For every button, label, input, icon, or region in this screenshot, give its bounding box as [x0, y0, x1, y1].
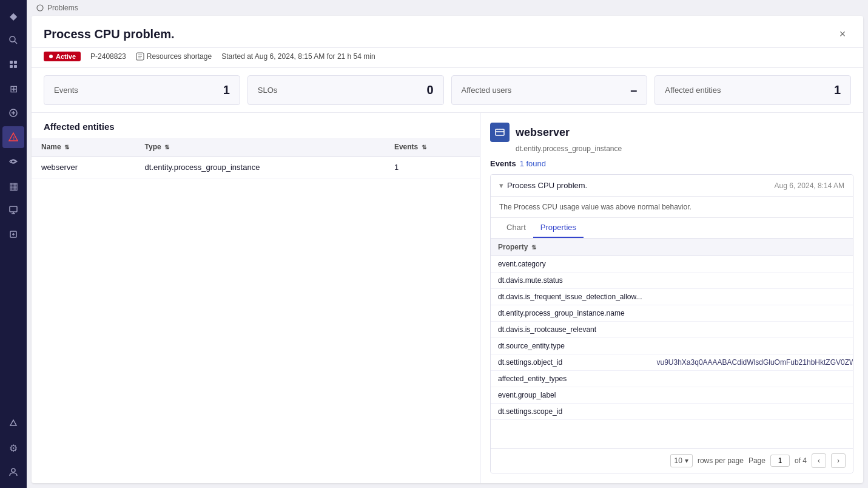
property-row[interactable]: event.category RESOURCE_CONTENTION [491, 256, 853, 273]
summary-cards: Events 1 SLOs 0 Affected users – Affecte… [32, 68, 863, 113]
svg-rect-15 [496, 129, 504, 135]
property-name-cell: dt.davis.mute.status [491, 273, 650, 289]
svg-point-12 [37, 5, 43, 11]
apps-icon[interactable]: ⊞ [2, 78, 24, 100]
svg-line-1 [15, 41, 17, 44]
property-value-cell: process_group_instance [650, 338, 853, 354]
property-name-cell: affected_entity_types [491, 371, 650, 387]
affected-entities-card[interactable]: Affected entities 1 [654, 75, 851, 105]
user-icon[interactable] [2, 461, 24, 483]
property-row[interactable]: dt.settings.scope_id [491, 404, 853, 420]
event-title: Process CPU problem. [507, 181, 587, 190]
events-column-header[interactable]: Events ⇅ [385, 138, 480, 157]
slos-value: 0 [426, 83, 433, 97]
next-page-button[interactable]: › [831, 453, 846, 468]
event-card: ▾ Process CPU problem. Aug 6, 2024, 8:14… [490, 174, 853, 473]
main-panel: Process CPU problem. × Active P-2408823 … [32, 16, 863, 483]
grid-icon[interactable]: ▦ [2, 175, 24, 197]
property-value-cell: webserver [650, 305, 853, 322]
settings-icon[interactable]: ⚙ [2, 437, 24, 459]
entity-name: webserver [516, 126, 570, 139]
tab-properties[interactable]: Properties [533, 218, 584, 238]
event-description: The Process CPU usage value was above no… [491, 197, 853, 218]
entity-title-row: webserver [490, 123, 853, 142]
entity-type: dt.entity.process_group_instance [490, 144, 853, 153]
affected-users-card[interactable]: Affected users – [451, 75, 648, 105]
property-row[interactable]: dt.settings.object_id vu9U3hXa3q0AAAABAC… [491, 354, 853, 371]
property-name-cell: dt.settings.object_id [491, 354, 650, 371]
property-row[interactable]: dt.entity.process_group_instance.name we… [491, 305, 853, 322]
property-value-cell: RESOURCE_CONTENTION [650, 256, 853, 273]
detail-panel: webserver dt.entity.process_group_instan… [480, 113, 863, 483]
events-found-label: Events 1 found [490, 159, 853, 168]
slos-label: SLOs [258, 86, 278, 95]
property-name-cell: dt.source_entity.type [491, 338, 650, 354]
content-area: Affected entities Name ⇅ Type [32, 113, 863, 483]
name-column-header[interactable]: Name ⇅ [32, 138, 135, 157]
value-column-header[interactable]: Value ⇅ [650, 239, 853, 256]
property-row[interactable]: dt.source_entity.type process_group_inst… [491, 338, 853, 354]
collapse-icon[interactable]: ▾ [499, 181, 503, 190]
alert-icon[interactable] [2, 413, 24, 435]
prev-page-button[interactable]: ‹ [812, 453, 826, 468]
svg-text:!: ! [13, 135, 15, 141]
properties-container: Property ⇅ Value ⇅ [491, 239, 853, 448]
event-card-title-row: ▾ Process CPU problem. [499, 181, 587, 190]
svg-rect-5 [14, 65, 17, 68]
close-button[interactable]: × [834, 25, 851, 42]
svg-point-11 [12, 469, 15, 472]
davis-icon[interactable] [2, 102, 24, 124]
tab-chart[interactable]: Chart [499, 218, 533, 238]
property-value-cell: false [650, 289, 853, 305]
events-label: Events [54, 86, 78, 95]
property-name-cell: event.category [491, 256, 650, 273]
rows-per-page-select[interactable]: 10 ▾ [670, 454, 693, 467]
property-row[interactable]: event.group_label [491, 387, 853, 404]
entities-panel: Affected entities Name ⇅ Type [32, 113, 480, 483]
entities-table: Name ⇅ Type ⇅ Events ⇅ [32, 138, 480, 483]
affected-entities-value: 1 [834, 83, 841, 97]
slos-card[interactable]: SLOs 0 [247, 75, 444, 105]
events-card[interactable]: Events 1 [44, 75, 240, 105]
deploy-icon[interactable] [2, 223, 24, 245]
event-date: Aug 6, 2024, 8:14 AM [775, 181, 844, 190]
problem-id: P-2408823 [90, 52, 126, 61]
svg-point-0 [10, 36, 15, 42]
type-column-header[interactable]: Type ⇅ [135, 138, 385, 157]
monitor-icon[interactable] [2, 199, 24, 221]
observe-icon[interactable] [2, 151, 24, 172]
events-found-count: 1 found [520, 159, 546, 168]
property-row[interactable]: affected_entity_types dt.entity.pro [491, 371, 853, 387]
rows-per-page-chevron: ▾ [685, 456, 688, 465]
logo-icon: ◆ [2, 5, 24, 27]
rows-per-page-label: rows per page [698, 456, 744, 465]
property-name-cell: dt.entity.process_group_instance.name [491, 305, 650, 322]
panel-meta: Active P-2408823 Resources shortage Star… [32, 48, 863, 68]
svg-point-13 [49, 55, 53, 58]
property-name-cell: dt.davis.is_rootcause_relevant [491, 322, 650, 338]
entities-title: Affected entities [32, 113, 480, 138]
properties-table: Property ⇅ Value ⇅ [491, 239, 853, 420]
property-column-header[interactable]: Property ⇅ [491, 239, 650, 256]
main-content: Problems Process CPU problem. × Active P… [27, 0, 868, 488]
event-tabs: Chart Properties [491, 218, 853, 239]
page-input[interactable] [770, 455, 790, 467]
started-time: Started at Aug 6, 2024, 8:15 AM for 21 h… [221, 52, 375, 61]
entity-events-cell: 1 [385, 157, 480, 178]
property-name-cell: event.group_label [491, 387, 650, 404]
property-row[interactable]: dt.davis.is_frequent_issue_detection_all… [491, 289, 853, 305]
page-label: Page [749, 456, 765, 465]
svg-rect-2 [10, 61, 13, 64]
sidebar: ◆ ⊞ ! ▦ ⚙ [0, 0, 27, 488]
search-icon[interactable] [2, 29, 24, 51]
table-row[interactable]: webserver dt.entity.process_group_instan… [32, 157, 480, 178]
home-icon[interactable] [2, 53, 24, 75]
property-row[interactable]: dt.davis.is_rootcause_relevant true [491, 322, 853, 338]
property-name-cell: dt.davis.is_frequent_issue_detection_all… [491, 289, 650, 305]
property-row[interactable]: dt.davis.mute.status NOT_MUTED [491, 273, 853, 289]
panel-header: Process CPU problem. × [32, 16, 863, 48]
problems-icon[interactable]: ! [2, 126, 24, 148]
type-sort-icon: ⇅ [164, 144, 169, 151]
property-name-cell: dt.settings.scope_id [491, 404, 650, 420]
entity-type-cell: dt.entity.process_group_instance [135, 157, 385, 178]
